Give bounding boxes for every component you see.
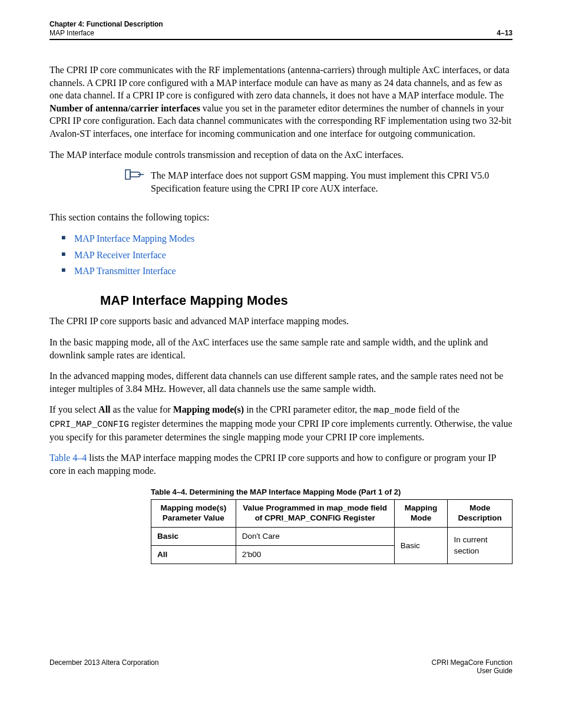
modes-paragraph-2: In the basic mapping mode, all of the Ax… [49,336,513,361]
list-item: MAP Receiver Interface [61,249,513,262]
code-cpri-map-config: CPRI_MAP_CONFIG [49,420,129,430]
header-chapter: Chapter 4: Functional Description [49,20,163,29]
link-table-4-4[interactable]: Table 4–4 [49,453,87,463]
link-map-transmitter[interactable]: MAP Transmitter Interface [74,266,176,276]
table-header: Mode Description [448,500,513,528]
param-name-antenna-carrier: Number of antenna/carrier interfaces [49,103,200,113]
link-map-receiver[interactable]: MAP Receiver Interface [74,250,166,260]
intro-paragraph-1: The CPRI IP core communicates with the R… [49,64,513,140]
footer-doc-title: CPRI MegaCore Function [432,658,513,667]
table-header: Mapping mode(s) Parameter Value [151,500,236,528]
code-map-mode: map_mode [373,406,416,416]
table-row: Basic Don't Care Basic In current sectio… [151,527,513,545]
header-pagenum: 4–13 [497,29,513,38]
modes-paragraph-3: In the advanced mapping modes, different… [49,370,513,395]
topics-intro: This section contains the following topi… [49,211,513,224]
intro-paragraph-2: The MAP interface module controls transm… [49,149,513,162]
list-item: MAP Interface Mapping Modes [61,232,513,245]
pointing-hand-icon [125,169,151,183]
svg-rect-0 [125,170,130,179]
page-header: Chapter 4: Functional Description MAP In… [49,20,513,38]
footer-doc-subtitle: User Guide [432,667,513,675]
table-header: Value Programmed in map_mode field of CP… [236,500,394,528]
modes-paragraph-1: The CPRI IP core supports basic and adva… [49,315,513,328]
modes-paragraph-5: Table 4–4 lists the MAP interface mappin… [49,452,513,477]
link-map-mapping-modes[interactable]: MAP Interface Mapping Modes [74,233,194,243]
footer-left: December 2013 Altera Corporation [49,658,158,675]
table-header: Mapping Mode [394,500,448,528]
page-footer: December 2013 Altera Corporation CPRI Me… [49,658,513,675]
list-item: MAP Transmitter Interface [61,265,513,278]
mapping-mode-table: Mapping mode(s) Parameter Value Value Pr… [151,499,513,564]
modes-paragraph-4: If you select All as the value for Mappi… [49,403,513,443]
topics-list: MAP Interface Mapping Modes MAP Receiver… [49,232,513,278]
note-text: The MAP interface does not support GSM m… [151,169,513,195]
header-rule [49,39,513,40]
heading-map-mapping-modes: MAP Interface Mapping Modes [100,292,513,309]
table-caption: Table 4–4. Determining the MAP Interface… [151,487,513,498]
header-section: MAP Interface [49,29,163,38]
note-block: The MAP interface does not support GSM m… [49,169,513,203]
